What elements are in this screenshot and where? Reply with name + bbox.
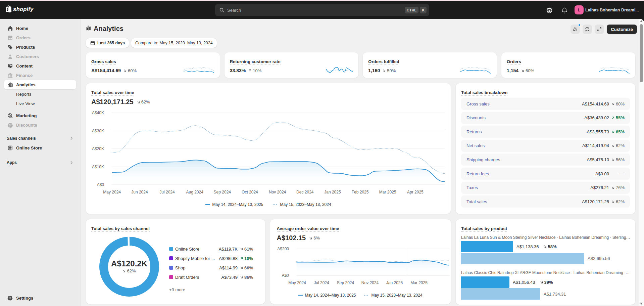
svg-text:A$40K: A$40K [92,111,104,115]
svg-text:May 2024: May 2024 [288,280,306,285]
svg-text:Feb 2025: Feb 2025 [352,190,369,194]
svg-text:Oct 2024: Oct 2024 [242,190,258,194]
svg-text:Nov 2024: Nov 2024 [269,190,286,194]
svg-text:A$10K: A$10K [92,165,104,169]
svg-text:Aug 2024: Aug 2024 [186,190,204,194]
svg-text:Mar 2025: Mar 2025 [410,280,428,285]
svg-text:May 2024: May 2024 [103,190,121,194]
svg-text:Jun 2024: Jun 2024 [131,190,148,194]
svg-text:A$0: A$0 [97,182,104,187]
svg-text:A$0: A$0 [282,273,289,278]
svg-text:Jan 2025: Jan 2025 [386,280,403,285]
svg-text:shopify: shopify [13,6,34,12]
svg-text:Jul 2024: Jul 2024 [159,190,175,194]
svg-text:Apr 2025: Apr 2025 [407,190,424,194]
svg-text:Jul 2024: Jul 2024 [314,280,329,285]
svg-text:Sep 2024: Sep 2024 [337,280,354,285]
svg-text:A$20K: A$20K [92,146,104,151]
svg-text:Dec 2024: Dec 2024 [296,190,314,194]
svg-text:A$200: A$200 [277,247,289,251]
svg-text:A$30K: A$30K [92,129,104,133]
svg-text:Nov 2024: Nov 2024 [361,280,379,285]
svg-text:Jan 2025: Jan 2025 [324,190,341,194]
svg-text:Sep 2024: Sep 2024 [214,190,231,194]
svg-text:Mar 2025: Mar 2025 [379,190,396,194]
